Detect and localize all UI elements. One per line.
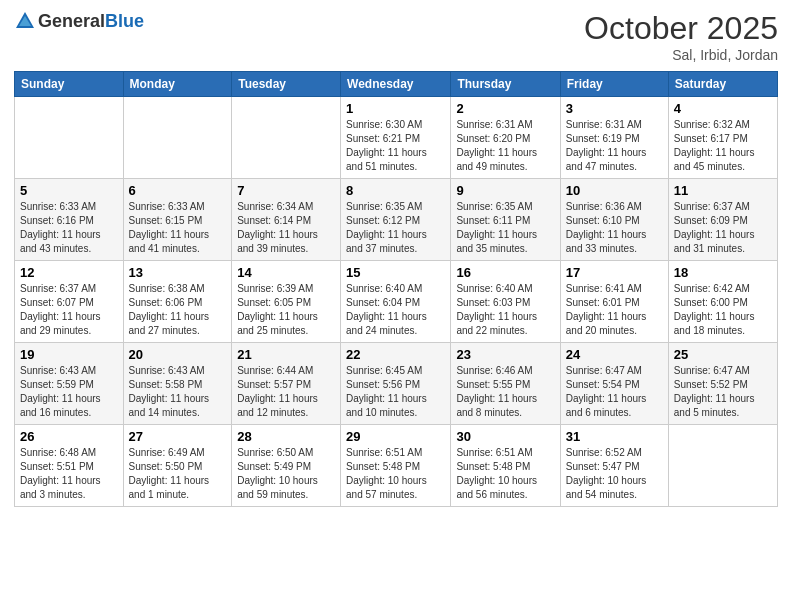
day-cell: 16Sunrise: 6:40 AM Sunset: 6:03 PM Dayli… bbox=[451, 261, 560, 343]
day-number: 8 bbox=[346, 183, 445, 198]
day-cell: 14Sunrise: 6:39 AM Sunset: 6:05 PM Dayli… bbox=[232, 261, 341, 343]
day-cell: 25Sunrise: 6:47 AM Sunset: 5:52 PM Dayli… bbox=[668, 343, 777, 425]
day-number: 5 bbox=[20, 183, 118, 198]
day-cell: 26Sunrise: 6:48 AM Sunset: 5:51 PM Dayli… bbox=[15, 425, 124, 507]
day-info: Sunrise: 6:43 AM Sunset: 5:59 PM Dayligh… bbox=[20, 364, 118, 420]
month-title: October 2025 bbox=[584, 10, 778, 47]
day-number: 12 bbox=[20, 265, 118, 280]
day-number: 4 bbox=[674, 101, 772, 116]
col-monday: Monday bbox=[123, 72, 232, 97]
day-cell: 12Sunrise: 6:37 AM Sunset: 6:07 PM Dayli… bbox=[15, 261, 124, 343]
day-info: Sunrise: 6:48 AM Sunset: 5:51 PM Dayligh… bbox=[20, 446, 118, 502]
day-info: Sunrise: 6:51 AM Sunset: 5:48 PM Dayligh… bbox=[346, 446, 445, 502]
day-info: Sunrise: 6:40 AM Sunset: 6:03 PM Dayligh… bbox=[456, 282, 554, 338]
day-info: Sunrise: 6:31 AM Sunset: 6:19 PM Dayligh… bbox=[566, 118, 663, 174]
day-cell: 9Sunrise: 6:35 AM Sunset: 6:11 PM Daylig… bbox=[451, 179, 560, 261]
day-number: 15 bbox=[346, 265, 445, 280]
day-cell: 2Sunrise: 6:31 AM Sunset: 6:20 PM Daylig… bbox=[451, 97, 560, 179]
day-info: Sunrise: 6:37 AM Sunset: 6:09 PM Dayligh… bbox=[674, 200, 772, 256]
col-wednesday: Wednesday bbox=[341, 72, 451, 97]
day-cell bbox=[668, 425, 777, 507]
day-cell: 3Sunrise: 6:31 AM Sunset: 6:19 PM Daylig… bbox=[560, 97, 668, 179]
day-info: Sunrise: 6:35 AM Sunset: 6:11 PM Dayligh… bbox=[456, 200, 554, 256]
day-info: Sunrise: 6:50 AM Sunset: 5:49 PM Dayligh… bbox=[237, 446, 335, 502]
day-number: 23 bbox=[456, 347, 554, 362]
day-info: Sunrise: 6:35 AM Sunset: 6:12 PM Dayligh… bbox=[346, 200, 445, 256]
day-cell: 24Sunrise: 6:47 AM Sunset: 5:54 PM Dayli… bbox=[560, 343, 668, 425]
day-info: Sunrise: 6:51 AM Sunset: 5:48 PM Dayligh… bbox=[456, 446, 554, 502]
day-number: 30 bbox=[456, 429, 554, 444]
day-cell: 15Sunrise: 6:40 AM Sunset: 6:04 PM Dayli… bbox=[341, 261, 451, 343]
col-tuesday: Tuesday bbox=[232, 72, 341, 97]
day-number: 31 bbox=[566, 429, 663, 444]
day-info: Sunrise: 6:33 AM Sunset: 6:16 PM Dayligh… bbox=[20, 200, 118, 256]
day-cell: 23Sunrise: 6:46 AM Sunset: 5:55 PM Dayli… bbox=[451, 343, 560, 425]
logo-text: GeneralBlue bbox=[38, 11, 144, 32]
day-info: Sunrise: 6:42 AM Sunset: 6:00 PM Dayligh… bbox=[674, 282, 772, 338]
day-number: 6 bbox=[129, 183, 227, 198]
location: Sal, Irbid, Jordan bbox=[584, 47, 778, 63]
day-cell: 8Sunrise: 6:35 AM Sunset: 6:12 PM Daylig… bbox=[341, 179, 451, 261]
day-number: 25 bbox=[674, 347, 772, 362]
day-cell: 18Sunrise: 6:42 AM Sunset: 6:00 PM Dayli… bbox=[668, 261, 777, 343]
calendar-table: Sunday Monday Tuesday Wednesday Thursday… bbox=[14, 71, 778, 507]
day-cell: 20Sunrise: 6:43 AM Sunset: 5:58 PM Dayli… bbox=[123, 343, 232, 425]
day-number: 10 bbox=[566, 183, 663, 198]
calendar-body: 1Sunrise: 6:30 AM Sunset: 6:21 PM Daylig… bbox=[15, 97, 778, 507]
day-info: Sunrise: 6:30 AM Sunset: 6:21 PM Dayligh… bbox=[346, 118, 445, 174]
day-info: Sunrise: 6:39 AM Sunset: 6:05 PM Dayligh… bbox=[237, 282, 335, 338]
week-row-1: 1Sunrise: 6:30 AM Sunset: 6:21 PM Daylig… bbox=[15, 97, 778, 179]
logo-icon bbox=[14, 10, 36, 32]
day-number: 29 bbox=[346, 429, 445, 444]
day-cell: 22Sunrise: 6:45 AM Sunset: 5:56 PM Dayli… bbox=[341, 343, 451, 425]
col-friday: Friday bbox=[560, 72, 668, 97]
day-number: 20 bbox=[129, 347, 227, 362]
day-number: 3 bbox=[566, 101, 663, 116]
day-cell: 5Sunrise: 6:33 AM Sunset: 6:16 PM Daylig… bbox=[15, 179, 124, 261]
day-cell bbox=[232, 97, 341, 179]
day-number: 16 bbox=[456, 265, 554, 280]
day-cell: 29Sunrise: 6:51 AM Sunset: 5:48 PM Dayli… bbox=[341, 425, 451, 507]
day-info: Sunrise: 6:40 AM Sunset: 6:04 PM Dayligh… bbox=[346, 282, 445, 338]
day-info: Sunrise: 6:43 AM Sunset: 5:58 PM Dayligh… bbox=[129, 364, 227, 420]
day-number: 14 bbox=[237, 265, 335, 280]
day-info: Sunrise: 6:33 AM Sunset: 6:15 PM Dayligh… bbox=[129, 200, 227, 256]
week-row-4: 19Sunrise: 6:43 AM Sunset: 5:59 PM Dayli… bbox=[15, 343, 778, 425]
header: GeneralBlue October 2025 Sal, Irbid, Jor… bbox=[14, 10, 778, 63]
day-cell: 6Sunrise: 6:33 AM Sunset: 6:15 PM Daylig… bbox=[123, 179, 232, 261]
day-info: Sunrise: 6:38 AM Sunset: 6:06 PM Dayligh… bbox=[129, 282, 227, 338]
day-number: 24 bbox=[566, 347, 663, 362]
day-info: Sunrise: 6:45 AM Sunset: 5:56 PM Dayligh… bbox=[346, 364, 445, 420]
day-info: Sunrise: 6:52 AM Sunset: 5:47 PM Dayligh… bbox=[566, 446, 663, 502]
day-number: 18 bbox=[674, 265, 772, 280]
logo: GeneralBlue bbox=[14, 10, 144, 32]
week-row-3: 12Sunrise: 6:37 AM Sunset: 6:07 PM Dayli… bbox=[15, 261, 778, 343]
day-cell: 11Sunrise: 6:37 AM Sunset: 6:09 PM Dayli… bbox=[668, 179, 777, 261]
day-info: Sunrise: 6:32 AM Sunset: 6:17 PM Dayligh… bbox=[674, 118, 772, 174]
day-cell: 4Sunrise: 6:32 AM Sunset: 6:17 PM Daylig… bbox=[668, 97, 777, 179]
day-number: 19 bbox=[20, 347, 118, 362]
day-info: Sunrise: 6:37 AM Sunset: 6:07 PM Dayligh… bbox=[20, 282, 118, 338]
title-block: October 2025 Sal, Irbid, Jordan bbox=[584, 10, 778, 63]
day-number: 26 bbox=[20, 429, 118, 444]
day-number: 13 bbox=[129, 265, 227, 280]
day-cell: 17Sunrise: 6:41 AM Sunset: 6:01 PM Dayli… bbox=[560, 261, 668, 343]
day-info: Sunrise: 6:44 AM Sunset: 5:57 PM Dayligh… bbox=[237, 364, 335, 420]
main-container: GeneralBlue October 2025 Sal, Irbid, Jor… bbox=[0, 0, 792, 517]
day-number: 1 bbox=[346, 101, 445, 116]
day-cell bbox=[123, 97, 232, 179]
col-sunday: Sunday bbox=[15, 72, 124, 97]
day-info: Sunrise: 6:31 AM Sunset: 6:20 PM Dayligh… bbox=[456, 118, 554, 174]
day-cell: 28Sunrise: 6:50 AM Sunset: 5:49 PM Dayli… bbox=[232, 425, 341, 507]
week-row-2: 5Sunrise: 6:33 AM Sunset: 6:16 PM Daylig… bbox=[15, 179, 778, 261]
day-cell: 21Sunrise: 6:44 AM Sunset: 5:57 PM Dayli… bbox=[232, 343, 341, 425]
day-cell bbox=[15, 97, 124, 179]
col-saturday: Saturday bbox=[668, 72, 777, 97]
day-cell: 7Sunrise: 6:34 AM Sunset: 6:14 PM Daylig… bbox=[232, 179, 341, 261]
day-number: 22 bbox=[346, 347, 445, 362]
day-info: Sunrise: 6:47 AM Sunset: 5:52 PM Dayligh… bbox=[674, 364, 772, 420]
logo-blue: Blue bbox=[105, 11, 144, 31]
day-cell: 1Sunrise: 6:30 AM Sunset: 6:21 PM Daylig… bbox=[341, 97, 451, 179]
day-number: 11 bbox=[674, 183, 772, 198]
calendar-header-row: Sunday Monday Tuesday Wednesday Thursday… bbox=[15, 72, 778, 97]
